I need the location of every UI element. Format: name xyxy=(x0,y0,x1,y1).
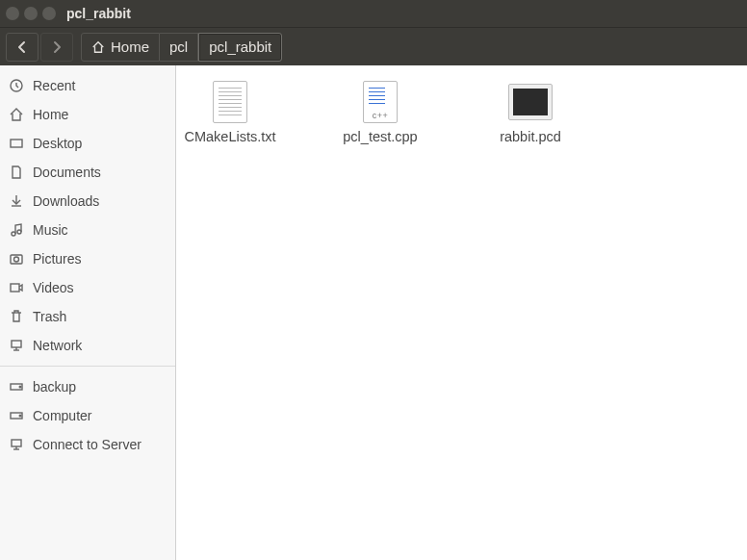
window-close-button[interactable] xyxy=(6,7,19,20)
title-bar: pcl_rabbit xyxy=(0,0,747,27)
svg-point-9 xyxy=(19,386,21,388)
file-item[interactable]: rabbit.pcd xyxy=(482,81,579,144)
sidebar-item-label: Recent xyxy=(33,78,75,93)
downloads-icon xyxy=(8,192,25,210)
breadcrumb-seg-1-label: pcl xyxy=(169,38,188,55)
home-icon xyxy=(91,40,105,54)
sidebar-item-label: Connect to Server xyxy=(33,437,142,452)
sidebar-item-pictures[interactable]: Pictures xyxy=(0,244,175,273)
sidebar-item-backup[interactable]: backup xyxy=(0,372,175,401)
sidebar-item-label: Desktop xyxy=(33,136,82,151)
pictures-icon xyxy=(8,250,25,267)
sidebar-item-documents[interactable]: Documents xyxy=(0,158,175,187)
svg-rect-12 xyxy=(12,440,21,446)
sidebar-item-label: Downloads xyxy=(33,193,99,209)
sidebar-item-label: Home xyxy=(33,107,68,122)
file-name: rabbit.pcd xyxy=(500,129,561,144)
sidebar-item-desktop[interactable]: Desktop xyxy=(0,129,175,158)
window-title: pcl_rabbit xyxy=(66,6,131,21)
sidebar-item-videos[interactable]: Videos xyxy=(0,273,175,302)
sidebar: Recent Home Desktop Documents Downloads xyxy=(0,65,176,560)
sidebar-item-label: Computer xyxy=(33,408,91,423)
sidebar-item-network[interactable]: Network xyxy=(0,331,175,360)
svg-rect-7 xyxy=(12,341,21,347)
music-icon xyxy=(8,221,25,239)
svg-rect-6 xyxy=(11,284,19,292)
breadcrumb-seg-2-label: pcl_rabbit xyxy=(209,38,271,55)
clock-icon xyxy=(8,77,25,94)
sidebar-item-label: backup xyxy=(33,379,76,395)
content-pane[interactable]: CMakeLists.txt pcl_test.cpp rabbit.pcd xyxy=(176,65,747,560)
window-minimize-button[interactable] xyxy=(24,7,38,20)
sidebar-item-home[interactable]: Home xyxy=(0,100,175,129)
sidebar-item-computer[interactable]: Computer xyxy=(0,401,175,430)
computer-icon xyxy=(8,407,25,424)
breadcrumb-seg-1[interactable]: pcl xyxy=(160,33,198,62)
sidebar-item-label: Documents xyxy=(33,165,101,180)
toolbar: Home pcl pcl_rabbit xyxy=(0,27,747,65)
sidebar-item-label: Trash xyxy=(33,309,66,324)
sidebar-item-label: Music xyxy=(33,222,68,238)
window-maximize-button[interactable] xyxy=(42,7,56,20)
file-pcd-icon xyxy=(509,81,552,123)
nav-back-button[interactable] xyxy=(6,33,39,62)
network-icon xyxy=(8,337,25,354)
videos-icon xyxy=(8,279,25,296)
sidebar-item-downloads[interactable]: Downloads xyxy=(0,187,175,216)
breadcrumb-home[interactable]: Home xyxy=(81,33,160,62)
documents-icon xyxy=(8,164,25,181)
breadcrumb: Home pcl pcl_rabbit xyxy=(81,33,282,62)
sidebar-item-label: Network xyxy=(33,338,82,353)
sidebar-item-connect-server[interactable]: Connect to Server xyxy=(0,430,175,459)
svg-point-11 xyxy=(19,415,21,417)
home-icon xyxy=(8,106,25,123)
server-icon xyxy=(8,436,25,453)
sidebar-item-recent[interactable]: Recent xyxy=(0,71,175,100)
file-text-icon xyxy=(209,81,251,123)
trash-icon xyxy=(8,308,25,325)
file-name: CMakeLists.txt xyxy=(184,129,275,144)
file-item[interactable]: pcl_test.cpp xyxy=(332,81,428,144)
svg-rect-1 xyxy=(11,140,22,147)
svg-point-5 xyxy=(14,257,19,262)
file-item[interactable]: CMakeLists.txt xyxy=(182,81,278,144)
sidebar-item-music[interactable]: Music xyxy=(0,216,175,244)
sidebar-item-label: Pictures xyxy=(33,251,82,267)
icon-grid: CMakeLists.txt pcl_test.cpp rabbit.pcd xyxy=(176,65,747,160)
sidebar-item-trash[interactable]: Trash xyxy=(0,302,175,331)
desktop-icon xyxy=(8,135,25,152)
svg-point-3 xyxy=(17,230,21,234)
sidebar-item-label: Videos xyxy=(33,280,74,295)
breadcrumb-home-label: Home xyxy=(111,38,149,55)
nav-forward-button[interactable] xyxy=(40,33,73,62)
file-cpp-icon xyxy=(359,81,401,123)
sidebar-separator xyxy=(0,366,175,367)
file-name: pcl_test.cpp xyxy=(343,129,417,144)
breadcrumb-seg-2[interactable]: pcl_rabbit xyxy=(198,33,282,62)
drive-icon xyxy=(8,378,25,395)
